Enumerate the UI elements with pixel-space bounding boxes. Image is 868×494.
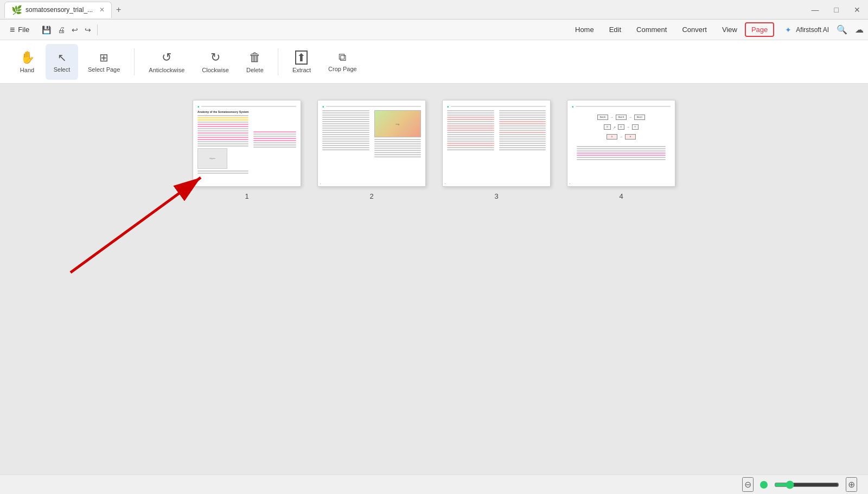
toolbar: ✋ Hand ↖ Select ⊞ Select Page ↺ Anticloc… (0, 40, 868, 84)
undo-button[interactable]: ↩ (69, 24, 81, 36)
svg-line-1 (71, 178, 201, 273)
file-label: File (18, 26, 29, 34)
clockwise-label: Clockwise (202, 67, 229, 73)
minimize-button[interactable]: — (808, 4, 822, 15)
crop-page-label: Crop Page (328, 66, 357, 72)
pages-row: ■ Anatomy of the Somatosensory System (193, 100, 675, 200)
page-item-2[interactable]: ■ (317, 100, 426, 200)
user-name: Afirstsoft AI (796, 26, 829, 34)
close-button[interactable]: ✕ (851, 4, 864, 15)
extract-tool[interactable]: ⬆ Extract (285, 44, 318, 80)
search-button[interactable]: 🔍 (833, 23, 851, 36)
hand-label: Hand (20, 67, 34, 73)
nav-comment[interactable]: Comment (629, 22, 674, 37)
document-tab[interactable]: 🌿 somatosensory_trial_... ✕ (4, 2, 112, 18)
page-number-1: 1 (245, 192, 248, 200)
hand-tool[interactable]: ✋ Hand (11, 44, 43, 80)
extract-icon: ⬆ (295, 50, 308, 65)
save-button[interactable]: 💾 (39, 24, 54, 36)
nav-view[interactable]: View (714, 22, 745, 37)
page-thumb-content-3: ■ (443, 100, 550, 186)
page-item-1[interactable]: ■ Anatomy of the Somatosensory System (193, 100, 301, 200)
select-page-tool[interactable]: ⊞ Select Page (80, 44, 127, 80)
nav-home[interactable]: Home (567, 22, 602, 37)
clockwise-icon: ↻ (210, 50, 220, 65)
separator (97, 24, 98, 35)
zoom-in-button[interactable]: ⊕ (846, 477, 857, 492)
delete-tool[interactable]: 🗑 Delete (239, 44, 271, 80)
delete-icon: 🗑 (249, 50, 261, 65)
page-number-3: 3 (494, 192, 498, 200)
page-thumb-2[interactable]: ■ (317, 100, 426, 187)
toolbar-separator-1 (134, 48, 135, 75)
anticlockwise-label: Anticlockwise (149, 67, 184, 73)
select-page-icon: ⊞ (99, 51, 108, 64)
nav-edit[interactable]: Edit (602, 22, 629, 37)
page-item-4[interactable]: ■ Block A → Block B → Block C D (567, 100, 675, 200)
zoom-out-button[interactable]: ⊖ (742, 477, 754, 492)
select-page-label: Select Page (88, 66, 120, 73)
user-icon: ✦ (785, 26, 792, 34)
status-bar: ⊖ ⊕ (0, 474, 868, 494)
tab-title: somatosensory_trial_... (25, 6, 93, 14)
title-bar-controls: — □ ✕ (808, 4, 864, 15)
cloud-button[interactable]: ☁ (855, 24, 864, 35)
toolbar-separator-2 (278, 48, 278, 75)
title-bar: 🌿 somatosensory_trial_... ✕ + — □ ✕ (0, 0, 868, 20)
nav-page[interactable]: Page (745, 22, 774, 37)
main-content: ■ Anatomy of the Somatosensory System (0, 84, 868, 474)
file-actions: 💾 🖨 ↩ ↪ (39, 24, 100, 36)
anticlockwise-icon: ↺ (162, 50, 171, 65)
clockwise-tool[interactable]: ↻ Clockwise (194, 44, 237, 80)
page-number-4: 4 (619, 192, 623, 200)
file-menu[interactable]: ≡ File (4, 23, 35, 37)
zoom-indicator (760, 481, 768, 489)
crop-page-icon: ⧉ (339, 51, 346, 64)
select-label: Select (54, 66, 71, 73)
select-tool[interactable]: ↖ Select (46, 44, 78, 80)
app-icon: 🌿 (11, 5, 22, 15)
title-bar-left: 🌿 somatosensory_trial_... ✕ + (4, 2, 125, 18)
menu-bar: ≡ File 💾 🖨 ↩ ↪ Home Edit Comment Convert… (0, 20, 868, 40)
page-thumb-content-1: ■ Anatomy of the Somatosensory System (193, 100, 301, 186)
page-thumb-content-2: ■ (318, 100, 425, 186)
maximize-button[interactable]: □ (831, 4, 842, 15)
page-thumb-3[interactable]: ■ (442, 100, 551, 187)
print-button[interactable]: 🖨 (55, 24, 68, 36)
page-item-3[interactable]: ■ (442, 100, 551, 200)
nav-items: Home Edit Comment Convert View Page (567, 22, 774, 37)
page-thumb-4[interactable]: ■ Block A → Block B → Block C D (567, 100, 675, 187)
select-icon: ↖ (58, 51, 67, 64)
hamburger-icon: ≡ (10, 25, 15, 35)
zoom-slider[interactable] (774, 480, 839, 489)
page-thumb-content-4: ■ Block A → Block B → Block C D (567, 100, 675, 186)
user-section: ✦ Afirstsoft AI 🔍 ☁ (785, 23, 864, 36)
nav-convert[interactable]: Convert (674, 22, 714, 37)
extract-label: Extract (292, 67, 311, 73)
tab-close-icon[interactable]: ✕ (99, 6, 105, 14)
page-thumb-1[interactable]: ■ Anatomy of the Somatosensory System (193, 100, 301, 187)
delete-label: Delete (246, 67, 264, 73)
page-number-2: 2 (369, 192, 373, 200)
crop-page-tool[interactable]: ⧉ Crop Page (321, 44, 365, 80)
hand-icon: ✋ (20, 50, 35, 65)
redo-button[interactable]: ↪ (82, 24, 94, 36)
new-tab-button[interactable]: + (112, 3, 125, 17)
anticlockwise-tool[interactable]: ↺ Anticlockwise (141, 44, 192, 80)
